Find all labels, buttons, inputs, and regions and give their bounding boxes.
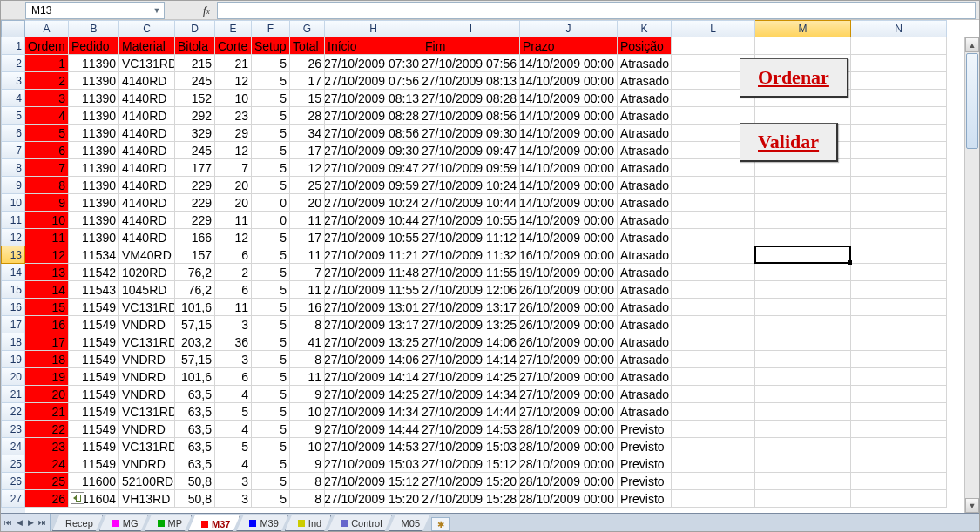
cell[interactable]: 26 [290,55,325,72]
cell[interactable]: 27/10/2009 14:44 [422,403,520,421]
cell[interactable]: 11549 [69,438,119,455]
cell[interactable]: 157 [175,246,215,264]
cell[interactable]: 11390 [69,229,119,246]
cell[interactable]: 11549 [69,455,119,473]
cell[interactable] [851,473,947,490]
cell[interactable]: 27/10/2009 14:25 [422,368,520,386]
cell[interactable]: 27/10/2009 14:25 [325,386,422,403]
cell[interactable]: 11 [290,212,325,229]
cell[interactable]: 3 [215,473,252,490]
row-header-21[interactable]: 21 [1,386,25,403]
cell[interactable]: 20 [290,194,325,212]
cell[interactable]: 6 [215,246,252,264]
cell[interactable]: 63,5 [175,403,215,421]
cell[interactable]: 7 [25,159,69,177]
cell[interactable]: Corte [215,37,252,55]
cell[interactable] [851,37,947,55]
cell[interactable]: 11390 [69,159,119,177]
cell[interactable] [851,194,947,212]
cell[interactable]: VNDRD [119,368,175,386]
column-header-I[interactable]: I [422,20,520,37]
cell[interactable]: 11390 [69,125,119,142]
cell[interactable]: 27/10/2009 14:34 [325,403,422,421]
cell[interactable]: 27/10/2009 10:44 [422,194,520,212]
cell[interactable]: 5 [252,142,290,159]
cell[interactable]: 27/10/2009 08:56 [325,125,422,142]
cell[interactable] [851,55,947,72]
cell[interactable] [755,299,851,316]
cell[interactable]: 11390 [69,90,119,107]
cell[interactable]: 9 [290,386,325,403]
cell[interactable]: VNDRD [119,316,175,333]
cell[interactable]: 25 [290,177,325,194]
cell[interactable]: 5 [252,386,290,403]
cell[interactable]: 28/10/2009 00:00 [520,421,618,438]
cell[interactable] [672,473,755,490]
cell[interactable]: Previsto [618,455,672,473]
row-header-1[interactable]: 1 [1,37,25,55]
cell[interactable] [672,333,755,351]
cell[interactable]: 0 [252,194,290,212]
cell[interactable]: 10 [290,438,325,455]
cell[interactable] [851,299,947,316]
cell[interactable]: 4140RD [119,125,175,142]
column-header-E[interactable]: E [215,20,252,37]
cell[interactable]: 3 [215,490,252,508]
cell[interactable]: 16 [290,299,325,316]
row-header-24[interactable]: 24 [1,438,25,455]
cell[interactable]: 101,6 [175,368,215,386]
row-header-19[interactable]: 19 [1,351,25,368]
cell[interactable] [755,212,851,229]
cell[interactable]: 27/10/2009 12:06 [422,281,520,299]
cell[interactable]: 27/10/2009 09:47 [422,142,520,159]
cell[interactable] [851,90,947,107]
cell[interactable]: 1020RD [119,264,175,281]
scroll-up-button[interactable]: ▲ [965,37,979,52]
cell[interactable]: 4140RD [119,229,175,246]
row-header-10[interactable]: 10 [1,194,25,212]
cell[interactable]: 27/10/2009 14:06 [325,351,422,368]
name-box[interactable]: M13 ▼ [25,2,165,19]
cell[interactable] [755,473,851,490]
cell[interactable]: 14/10/2009 00:00 [520,90,618,107]
cell[interactable]: Total [290,37,325,55]
validar-button[interactable]: Validar [740,123,838,162]
cell[interactable]: 27/10/2009 15:03 [422,438,520,455]
cell[interactable]: 27/10/2009 13:17 [422,299,520,316]
cell[interactable]: Previsto [618,438,672,455]
cell[interactable]: 18 [25,351,69,368]
cell[interactable]: 27/10/2009 15:12 [325,473,422,490]
column-header-C[interactable]: C [119,20,175,37]
cell[interactable]: Atrasado [618,177,672,194]
sheet-tab-ind[interactable]: Ind [285,515,331,531]
cell[interactable]: 229 [175,212,215,229]
cell[interactable]: Atrasado [618,246,672,264]
scroll-thumb[interactable] [966,53,978,149]
cell[interactable]: Pedido [69,37,119,55]
tab-nav-prev-icon[interactable]: ◀ [14,515,25,530]
cell[interactable] [672,421,755,438]
cell[interactable]: 20 [215,194,252,212]
ordenar-button[interactable]: Ordenar [740,58,848,98]
cell[interactable]: 24 [25,455,69,473]
cell[interactable] [851,368,947,386]
cell[interactable]: 4 [215,386,252,403]
cell[interactable]: VC131RD [119,438,175,455]
cell[interactable]: Setup [252,37,290,55]
cell[interactable]: 5 [252,455,290,473]
cell[interactable] [851,212,947,229]
cell[interactable]: 2 [25,72,69,90]
cell[interactable]: 25 [25,473,69,490]
cell[interactable] [851,438,947,455]
cell[interactable]: 6 [215,281,252,299]
row-header-7[interactable]: 7 [1,142,25,159]
cell[interactable]: 27/10/2009 14:14 [325,368,422,386]
cell[interactable]: 63,5 [175,438,215,455]
cell[interactable]: 4140RD [119,177,175,194]
cell[interactable]: 4140RD [119,72,175,90]
sheet-tab-m37[interactable]: M37 [188,515,240,531]
cell[interactable]: 27/10/2009 00:00 [520,351,618,368]
cell[interactable]: 5 [252,368,290,386]
cell[interactable]: Atrasado [618,299,672,316]
cell[interactable] [672,403,755,421]
